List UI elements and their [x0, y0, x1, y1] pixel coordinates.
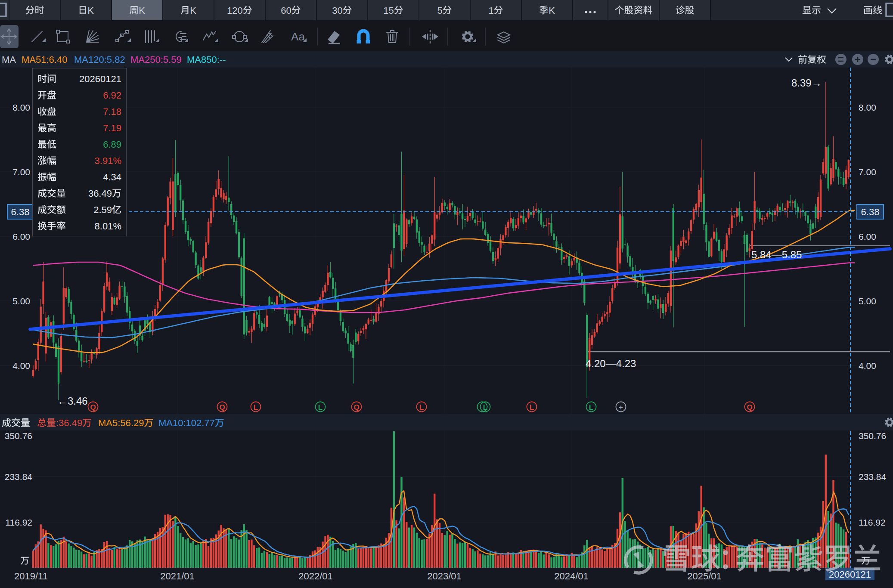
svg-text:8.00: 8.00 [859, 102, 876, 112]
svg-text:MA250:5.59: MA250:5.59 [130, 54, 182, 65]
svg-text:L: L [318, 403, 322, 412]
svg-text:K: K [87, 5, 94, 16]
svg-text:2024/01: 2024/01 [554, 571, 589, 582]
svg-text:Q: Q [90, 403, 96, 412]
svg-text:3.91%: 3.91% [95, 155, 121, 166]
svg-text:2023/01: 2023/01 [427, 571, 462, 582]
svg-text:7.00: 7.00 [859, 167, 876, 177]
svg-text:6.00: 6.00 [12, 232, 30, 241]
svg-text:MA: MA [2, 54, 16, 65]
svg-text:60: 60 [281, 5, 291, 16]
svg-text:6.00: 6.00 [859, 232, 876, 241]
svg-text:7.00: 7.00 [12, 167, 30, 177]
svg-text:L: L [589, 403, 593, 412]
svg-text:MA10:102.77: MA10:102.77 [158, 418, 215, 428]
svg-text:7.18: 7.18 [103, 106, 121, 117]
svg-text:Q: Q [747, 403, 752, 412]
svg-text:2.59: 2.59 [93, 204, 112, 215]
svg-text:7.19: 7.19 [103, 123, 121, 133]
svg-text:1: 1 [488, 5, 493, 16]
svg-text:Q: Q [219, 403, 225, 412]
svg-text:MA850:--: MA850:-- [187, 54, 226, 65]
svg-text:20260121: 20260121 [79, 74, 121, 84]
svg-text:2025/01: 2025/01 [687, 571, 722, 582]
svg-text:5.00: 5.00 [859, 296, 876, 306]
svg-text:K: K [549, 5, 555, 16]
svg-text:6.92: 6.92 [103, 90, 121, 101]
svg-text:350.76: 350.76 [859, 431, 886, 441]
svg-text:30: 30 [332, 5, 342, 16]
svg-text:4.00: 4.00 [12, 361, 30, 371]
svg-text::36.49: :36.49 [56, 418, 82, 428]
svg-text:Aa: Aa [291, 30, 305, 43]
svg-text:←3.46: ←3.46 [57, 395, 88, 407]
svg-text:120: 120 [227, 5, 243, 16]
svg-text:2021/01: 2021/01 [160, 571, 195, 582]
svg-text:350.76: 350.76 [5, 431, 32, 441]
svg-text:6.38: 6.38 [11, 207, 30, 217]
svg-text:K: K [139, 5, 145, 16]
svg-text:L: L [483, 403, 487, 412]
svg-text:MA5:56.29: MA5:56.29 [98, 418, 144, 428]
svg-text:233.84: 233.84 [859, 472, 887, 482]
svg-text:4.20—4.23: 4.20—4.23 [586, 358, 636, 369]
svg-text:L: L [419, 403, 424, 412]
svg-text:L: L [530, 403, 534, 412]
svg-text:4.00: 4.00 [859, 361, 876, 371]
svg-text:2019/11: 2019/11 [14, 571, 48, 582]
svg-text:233.84: 233.84 [5, 472, 33, 482]
svg-text:5.00: 5.00 [12, 296, 30, 306]
svg-text:L: L [254, 403, 258, 412]
svg-text:116.92: 116.92 [5, 517, 32, 527]
svg-text:8.01%: 8.01% [95, 221, 121, 232]
svg-text:2022/01: 2022/01 [298, 571, 333, 582]
svg-text:36.49: 36.49 [88, 188, 112, 199]
svg-text:20260121: 20260121 [829, 569, 871, 580]
svg-text:5: 5 [437, 5, 442, 16]
svg-text:MA120:5.82: MA120:5.82 [74, 54, 125, 65]
svg-text:5.84—5.85: 5.84—5.85 [751, 249, 802, 260]
svg-text:116.92: 116.92 [859, 517, 886, 527]
svg-text:15: 15 [383, 5, 394, 16]
svg-text:Q: Q [353, 403, 359, 412]
svg-text:+: + [619, 403, 623, 412]
svg-text:6.38: 6.38 [861, 207, 880, 217]
svg-text:6.89: 6.89 [103, 139, 121, 150]
svg-text:K: K [190, 5, 196, 16]
svg-text:MA51:6.40: MA51:6.40 [22, 54, 67, 65]
svg-text:8.00: 8.00 [12, 102, 30, 112]
svg-text:4.34: 4.34 [103, 172, 121, 183]
svg-text:8.39→: 8.39→ [791, 77, 822, 89]
